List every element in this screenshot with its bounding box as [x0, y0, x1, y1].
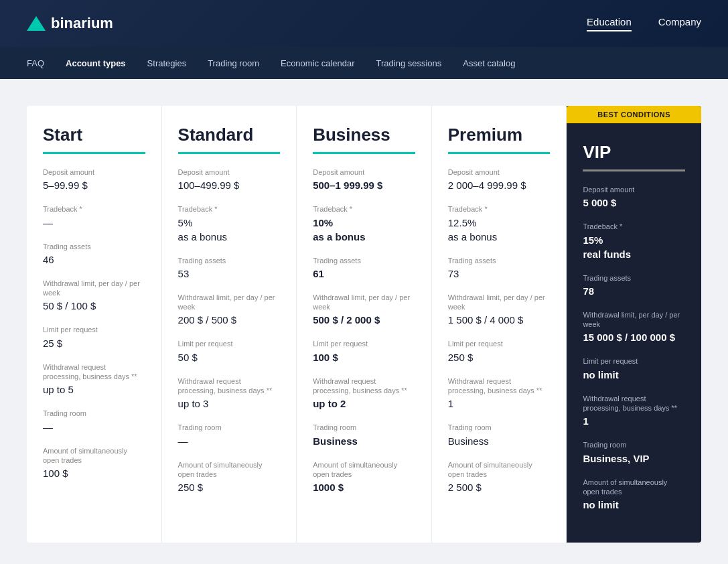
field-label-start-1: Tradeback *	[43, 204, 145, 214]
subnav-trading-room[interactable]: Trading room	[208, 58, 259, 68]
subnav-asset-catalog[interactable]: Asset catalog	[463, 58, 515, 68]
card-divider-business	[313, 152, 415, 154]
field-value-premium-4: 250 $	[448, 350, 551, 364]
account-card-standard: StandardDeposit amount100–499.99 $Tradeb…	[162, 106, 297, 543]
field-label-premium-3: Withdrawal limit, per day / per week	[448, 293, 551, 312]
field-value-premium-1: 12.5%as a bonus	[448, 216, 551, 244]
field-label-standard-1: Tradeback *	[178, 204, 281, 214]
field-label-premium-7: Amount of simultaneously open trades	[448, 460, 551, 480]
field-label-premium-6: Trading room	[448, 423, 551, 432]
field-label-standard-5: Withdrawal request processing, business …	[178, 376, 281, 396]
field-label-business-5: Withdrawal request processing, business …	[313, 376, 415, 396]
card-title-start: Start	[43, 125, 145, 145]
field-value-business-6: Business	[313, 434, 415, 448]
field-value-start-1: —	[43, 216, 145, 230]
field-value-standard-0: 100–499.99 $	[178, 178, 281, 192]
subnav-trading-sessions[interactable]: Trading sessions	[376, 58, 442, 68]
field-label-premium-5: Withdrawal request processing, business …	[448, 376, 551, 396]
field-label-business-6: Trading room	[313, 423, 415, 432]
account-card-start: StartDeposit amount5–99.99 $Tradeback *—…	[27, 106, 162, 543]
field-value-vip-3: 15 000 $ / 100 000 $	[583, 330, 685, 344]
field-label-premium-0: Deposit amount	[448, 167, 551, 177]
field-label-standard-0: Deposit amount	[178, 167, 281, 177]
field-label-premium-4: Limit per request	[448, 339, 551, 348]
best-conditions-badge: BEST CONDITIONS	[567, 106, 701, 123]
field-value-start-4: 25 $	[43, 336, 145, 350]
field-value-start-0: 5–99.99 $	[43, 178, 145, 192]
subnav-account-types[interactable]: Account types	[66, 58, 126, 68]
card-title-standard: Standard	[178, 125, 281, 145]
subnav-economic-calendar[interactable]: Economic calendar	[281, 58, 355, 68]
field-value-business-5: up to 2	[313, 397, 415, 411]
card-title-vip: VIP	[583, 142, 685, 163]
field-label-business-7: Amount of simultaneously open trades	[313, 460, 415, 480]
field-value-start-3: 50 $ / 100 $	[43, 299, 145, 313]
field-label-vip-0: Deposit amount	[583, 185, 685, 194]
field-label-start-2: Trading assets	[43, 242, 145, 251]
field-label-start-7: Amount of simultaneously open trades	[43, 446, 145, 466]
field-value-premium-0: 2 000–4 999.99 $	[448, 178, 551, 192]
top-nav-links: Education Company	[587, 16, 701, 31]
field-value-vip-0: 5 000 $	[583, 196, 685, 210]
card-title-premium: Premium	[448, 125, 551, 145]
field-label-business-3: Withdrawal limit, per day / per week	[313, 293, 415, 312]
field-label-vip-5: Withdrawal request processing, business …	[583, 394, 685, 413]
field-label-business-0: Deposit amount	[313, 167, 415, 177]
field-value-standard-6: —	[178, 434, 281, 448]
field-value-premium-5: 1	[448, 397, 551, 411]
field-value-start-2: 46	[43, 253, 145, 267]
field-label-standard-6: Trading room	[178, 423, 281, 432]
sub-navigation: FAQ Account types Strategies Trading roo…	[0, 47, 728, 79]
field-value-start-5: up to 5	[43, 382, 145, 397]
subnav-strategies[interactable]: Strategies	[147, 58, 187, 68]
field-value-business-3: 500 $ / 2 000 $	[313, 313, 415, 327]
field-value-business-2: 61	[313, 267, 415, 281]
field-value-business-7: 1000 $	[313, 480, 415, 494]
field-label-premium-1: Tradeback *	[448, 204, 551, 214]
field-label-vip-4: Limit per request	[583, 356, 685, 366]
field-value-business-1: 10%as a bonus	[313, 216, 415, 244]
field-label-start-5: Withdrawal request processing, business …	[43, 362, 145, 382]
field-label-vip-6: Trading room	[583, 440, 685, 449]
field-label-start-3: Withdrawal limit, per day / per week	[43, 279, 145, 298]
field-label-vip-2: Trading assets	[583, 273, 685, 283]
logo-text: binarium	[51, 15, 113, 32]
field-value-business-0: 500–1 999.99 $	[313, 178, 415, 192]
card-title-business: Business	[313, 125, 415, 145]
field-value-premium-2: 73	[448, 267, 551, 281]
field-label-business-1: Tradeback *	[313, 204, 415, 214]
field-value-vip-7: no limit	[583, 498, 685, 512]
field-value-premium-6: Business	[448, 434, 551, 448]
field-value-standard-1: 5%as a bonus	[178, 216, 281, 244]
field-label-start-4: Limit per request	[43, 325, 145, 334]
top-navigation: binarium Education Company	[0, 0, 728, 47]
field-value-standard-5: up to 3	[178, 397, 281, 411]
account-card-vip: BEST CONDITIONSVIPDeposit amount5 000 $T…	[567, 106, 701, 543]
field-value-standard-7: 250 $	[178, 480, 281, 494]
field-value-vip-4: no limit	[583, 368, 685, 382]
nav-company[interactable]: Company	[658, 16, 701, 31]
logo-triangle-icon	[27, 16, 46, 31]
main-content: StartDeposit amount5–99.99 $Tradeback *—…	[0, 79, 728, 564]
field-label-standard-7: Amount of simultaneously open trades	[178, 460, 281, 480]
field-label-vip-3: Withdrawal limit, per day / per week	[583, 310, 685, 330]
card-divider-standard	[178, 152, 281, 154]
field-value-start-7: 100 $	[43, 466, 145, 480]
field-value-standard-3: 200 $ / 500 $	[178, 313, 281, 327]
field-value-standard-4: 50 $	[178, 350, 281, 364]
field-value-vip-2: 78	[583, 284, 685, 298]
field-label-business-2: Trading assets	[313, 256, 415, 265]
field-label-start-6: Trading room	[43, 409, 145, 418]
logo[interactable]: binarium	[27, 15, 113, 32]
field-value-premium-7: 2 500 $	[448, 480, 551, 494]
card-divider-start	[43, 152, 145, 154]
card-divider-premium	[448, 152, 551, 154]
field-label-start-0: Deposit amount	[43, 167, 145, 177]
field-label-vip-7: Amount of simultaneously open trades	[583, 478, 685, 497]
field-label-standard-4: Limit per request	[178, 339, 281, 348]
field-label-standard-2: Trading assets	[178, 256, 281, 265]
subnav-faq[interactable]: FAQ	[27, 58, 44, 68]
field-label-premium-2: Trading assets	[448, 256, 551, 265]
field-value-vip-1: 15%real funds	[583, 233, 685, 261]
nav-education[interactable]: Education	[587, 16, 632, 31]
